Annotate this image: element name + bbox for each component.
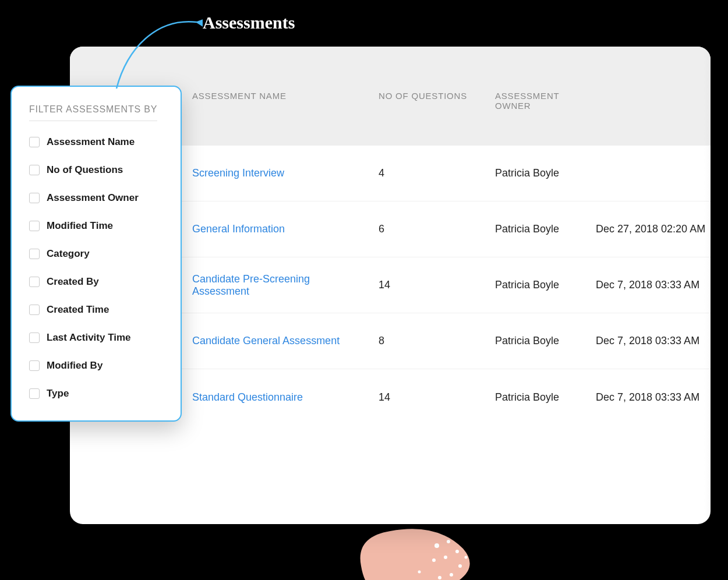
column-header-owner[interactable]: ASSESSMENT OWNER (495, 91, 591, 111)
questions-count: 8 (379, 335, 495, 347)
svg-point-2 (455, 550, 459, 553)
filter-label: Last Activity Time (47, 332, 131, 344)
svg-point-7 (438, 576, 441, 579)
checkbox-icon[interactable] (29, 165, 40, 175)
column-header-questions[interactable]: NO OF QUESTIONS (379, 91, 495, 101)
owner-name: Patricia Boyle (495, 223, 591, 235)
svg-point-10 (465, 556, 468, 559)
checkbox-icon[interactable] (29, 360, 40, 371)
filter-option-modified-by[interactable]: Modified By (29, 360, 165, 372)
filter-option-type[interactable]: Type (29, 388, 165, 399)
questions-count: 14 (379, 391, 495, 404)
questions-count: 4 (379, 167, 495, 179)
checkbox-icon[interactable] (29, 277, 40, 287)
assessment-link[interactable]: General Information (192, 223, 285, 235)
filter-label: Created By (47, 276, 99, 288)
svg-point-6 (450, 573, 453, 577)
filter-option-assessment-name[interactable]: Assessment Name (29, 136, 165, 148)
svg-point-9 (418, 571, 421, 574)
svg-point-4 (432, 558, 436, 562)
filter-label: Category (47, 248, 90, 260)
checkbox-icon[interactable] (29, 249, 40, 259)
filter-panel-title: FILTER ASSESSMENTS BY (29, 104, 165, 115)
svg-point-3 (444, 556, 447, 559)
assessment-link[interactable]: Screening Interview (192, 167, 284, 179)
filter-label: Modified By (47, 360, 103, 372)
assessment-link[interactable]: Standard Questionnaire (192, 391, 303, 403)
assessment-link[interactable]: Candidate General Assessment (192, 335, 340, 346)
filter-option-created-time[interactable]: Created Time (29, 304, 165, 316)
filter-option-modified-time[interactable]: Modified Time (29, 220, 165, 232)
modified-time: Dec 7, 2018 03:33 AM (591, 335, 711, 347)
svg-point-5 (458, 564, 462, 568)
assessment-link[interactable]: Candidate Pre-Screening Assessment (192, 273, 310, 297)
owner-name: Patricia Boyle (495, 391, 591, 404)
modified-time: Dec 7, 2018 03:33 AM (591, 391, 711, 404)
decorative-blob (349, 525, 478, 580)
svg-point-1 (447, 540, 450, 543)
owner-name: Patricia Boyle (495, 279, 591, 291)
filter-label: Type (47, 388, 69, 399)
checkbox-icon[interactable] (29, 221, 40, 231)
checkbox-icon[interactable] (29, 193, 40, 203)
filter-option-created-by[interactable]: Created By (29, 276, 165, 288)
filter-label: Assessment Name (47, 136, 135, 148)
checkbox-icon[interactable] (29, 305, 40, 315)
questions-count: 6 (379, 223, 495, 235)
checkbox-icon[interactable] (29, 137, 40, 147)
filter-option-last-activity-time[interactable]: Last Activity Time (29, 332, 165, 344)
filter-option-category[interactable]: Category (29, 248, 165, 260)
modified-time: Dec 27, 2018 02:20 AM (591, 223, 711, 235)
filter-label: Created Time (47, 304, 109, 316)
column-header-name[interactable]: ASSESSMENT NAME (192, 91, 379, 101)
annotation-arrow-icon (109, 14, 203, 96)
questions-count: 14 (379, 279, 495, 291)
modified-time: Dec 7, 2018 03:33 AM (591, 279, 711, 291)
filter-label: No of Questions (47, 164, 123, 176)
owner-name: Patricia Boyle (495, 167, 591, 179)
annotation-label: Assessments (203, 13, 295, 33)
owner-name: Patricia Boyle (495, 335, 591, 347)
filter-option-assessment-owner[interactable]: Assessment Owner (29, 192, 165, 204)
filter-option-no-of-questions[interactable]: No of Questions (29, 164, 165, 176)
svg-point-0 (434, 543, 439, 548)
checkbox-icon[interactable] (29, 388, 40, 399)
divider (29, 121, 157, 121)
filter-label: Assessment Owner (47, 192, 139, 204)
checkbox-icon[interactable] (29, 333, 40, 343)
filter-label: Modified Time (47, 220, 113, 232)
filter-panel: FILTER ASSESSMENTS BY Assessment Name No… (10, 86, 182, 422)
